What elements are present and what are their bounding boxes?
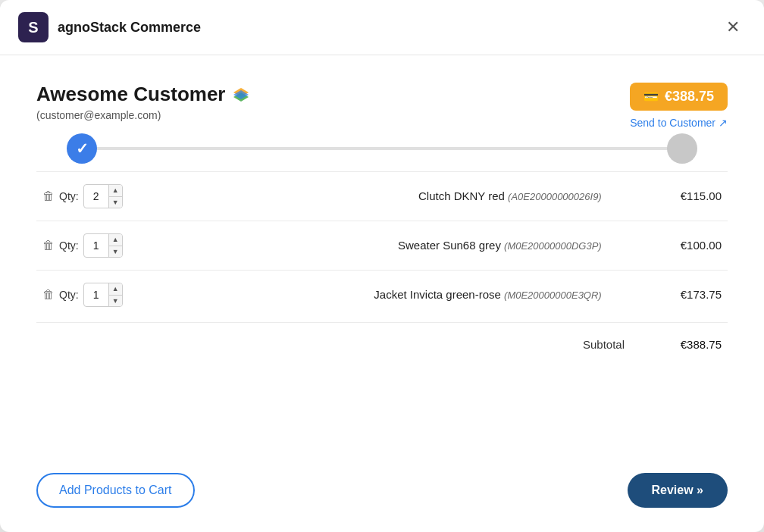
card-icon: 💳 xyxy=(643,89,659,104)
modal-header: S agnoStack Commerce ✕ xyxy=(0,0,764,55)
items-table: 🗑 Qty: 2 ▲ ▼ Clutch DKNY red (A0E2000000… xyxy=(36,171,728,319)
progress-bar: ✓ xyxy=(36,147,728,150)
review-button[interactable]: Review » xyxy=(628,473,728,508)
step-1-dot: ✓ xyxy=(67,133,97,164)
header-left: S agnoStack Commerce xyxy=(18,12,201,42)
external-link-icon: ↗ xyxy=(719,117,728,129)
customer-icon xyxy=(232,86,250,103)
app-title: agnoStack Commerce xyxy=(58,20,201,36)
product-name-2: Jacket Invicta green-rose (M0E20000000E3… xyxy=(374,288,601,301)
qty-down-1[interactable]: ▼ xyxy=(109,246,122,258)
qty-arrows-1: ▲ ▼ xyxy=(108,233,122,258)
table-row: 🗑 Qty: 1 ▲ ▼ Jacket Invicta green-rose (… xyxy=(36,271,728,320)
qty-value-1: 1 xyxy=(84,233,108,258)
product-sku-1: (M0E20000000DG3P) xyxy=(504,240,602,252)
product-price-2: €173.75 xyxy=(681,288,722,301)
subtotal-row: Subtotal €388.75 xyxy=(36,322,728,357)
logo-box: S xyxy=(18,12,49,42)
qty-arrows-2: ▲ ▼ xyxy=(108,283,122,307)
delete-item-2-icon[interactable]: 🗑 xyxy=(42,288,55,302)
qty-down-2[interactable]: ▼ xyxy=(109,296,122,308)
table-row: 🗑 Qty: 1 ▲ ▼ Sweater Sun68 grey (M0E2000… xyxy=(36,221,728,271)
customer-email: (customer@example.com) xyxy=(36,109,250,121)
price-badge-value: €388.75 xyxy=(665,89,714,105)
qty-input-2[interactable]: 1 ▲ ▼ xyxy=(83,283,123,307)
qty-input-0[interactable]: 2 ▲ ▼ xyxy=(83,184,123,208)
qty-up-0[interactable]: ▲ xyxy=(109,184,122,197)
delete-item-1-icon[interactable]: 🗑 xyxy=(42,239,55,252)
qty-label-0: Qty: xyxy=(59,190,79,202)
qty-up-1[interactable]: ▲ xyxy=(109,233,122,246)
product-price-1: €100.00 xyxy=(681,239,722,252)
product-name-0: Clutch DKNY red (A0E20000000026I9) xyxy=(418,189,602,202)
qty-input-1[interactable]: 1 ▲ ▼ xyxy=(83,233,123,258)
step-1-check: ✓ xyxy=(76,139,89,158)
qty-label-1: Qty: xyxy=(59,239,79,252)
qty-label-2: Qty: xyxy=(59,289,79,301)
close-button[interactable]: ✕ xyxy=(720,16,746,39)
modal-container: S agnoStack Commerce ✕ Awesome Customer xyxy=(0,0,764,532)
product-sku-0: (A0E20000000026I9) xyxy=(508,191,602,202)
modal-body: Awesome Customer (customer@example.com) … xyxy=(0,55,764,458)
subtotal-label: Subtotal xyxy=(583,338,625,351)
add-products-to-cart-button[interactable]: Add Products to Cart xyxy=(36,473,195,508)
customer-name-text: Awesome Customer xyxy=(36,83,226,106)
qty-value-0: 2 xyxy=(84,184,108,208)
customer-info: Awesome Customer (customer@example.com) xyxy=(36,83,250,121)
qty-arrows-0: ▲ ▼ xyxy=(108,184,122,208)
modal-footer: Add Products to Cart Review » xyxy=(0,458,764,532)
progress-track xyxy=(82,147,682,150)
send-to-customer-link[interactable]: Send to Customer ↗ xyxy=(630,117,728,129)
customer-row: Awesome Customer (customer@example.com) … xyxy=(36,83,728,129)
logo-letter: S xyxy=(28,19,38,36)
product-name-1: Sweater Sun68 grey (M0E20000000DG3P) xyxy=(398,239,602,252)
qty-value-2: 1 xyxy=(84,283,108,307)
price-badge: 💳 €388.75 xyxy=(630,83,728,111)
qty-down-0[interactable]: ▼ xyxy=(109,197,122,209)
table-row: 🗑 Qty: 2 ▲ ▼ Clutch DKNY red (A0E2000000… xyxy=(36,172,728,221)
send-to-customer-label: Send to Customer xyxy=(630,117,715,129)
subtotal-value: €388.75 xyxy=(661,338,722,351)
product-sku-2: (M0E20000000E3QR) xyxy=(504,289,602,301)
product-price-0: €115.00 xyxy=(681,189,722,202)
customer-name-row: Awesome Customer xyxy=(36,83,250,106)
right-panel: 💳 €388.75 Send to Customer ↗ xyxy=(630,83,728,129)
qty-up-2[interactable]: ▲ xyxy=(109,283,122,296)
delete-item-0-icon[interactable]: 🗑 xyxy=(42,189,55,203)
step-2-dot xyxy=(667,133,697,164)
